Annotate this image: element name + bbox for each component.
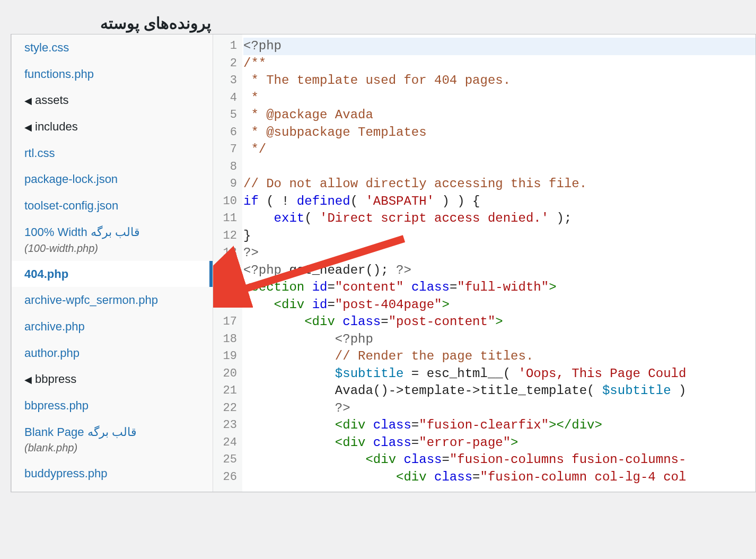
line-number: 21 xyxy=(213,382,242,400)
file-sublabel: (blank.php) xyxy=(24,441,201,455)
file-item[interactable]: bbpress.php xyxy=(12,392,213,419)
line-number: 11 xyxy=(213,210,242,228)
line-number: 22 xyxy=(213,400,242,417)
folder-item[interactable]: ◀bbpress xyxy=(12,366,213,392)
file-item[interactable]: toolset-config.json xyxy=(12,193,213,219)
file-link[interactable]: Blank Page قالب برگه xyxy=(24,425,137,439)
file-item[interactable]: rtl.css xyxy=(12,140,213,167)
file-item[interactable]: 404.php xyxy=(12,261,213,287)
file-link[interactable]: author.php xyxy=(24,346,80,360)
file-item[interactable]: buddypress.php xyxy=(12,460,213,487)
folder-item[interactable]: ◀includes xyxy=(12,113,213,140)
line-number: 6 xyxy=(213,124,242,142)
line-number: 25 xyxy=(213,451,242,469)
line-number: 4 xyxy=(213,90,242,107)
code-editor[interactable]: 1234567891011121314151617181920212223242… xyxy=(213,34,755,492)
line-number: 2 xyxy=(213,55,242,73)
chevron-left-icon: ◀ xyxy=(24,122,32,133)
line-number: 23 xyxy=(213,417,242,434)
file-link[interactable]: bbpress.php xyxy=(24,399,89,412)
line-number: 1 xyxy=(213,38,242,55)
file-link[interactable]: style.css xyxy=(24,41,69,54)
file-link[interactable]: package-lock.json xyxy=(24,172,118,186)
file-link[interactable]: buddypress.php xyxy=(24,467,108,480)
line-number: 18 xyxy=(213,331,242,348)
line-number: 26 xyxy=(213,469,242,486)
file-tree[interactable]: style.cssfunctions.php◀assets◀includesrt… xyxy=(11,34,213,492)
chevron-left-icon: ◀ xyxy=(24,374,32,385)
code-area[interactable]: <?php/** * The template used for 404 pag… xyxy=(243,34,755,492)
file-link[interactable]: archive-wpfc_sermon.php xyxy=(24,293,158,307)
file-item[interactable]: author.php xyxy=(12,340,213,366)
line-number: 12 xyxy=(213,228,242,245)
line-number: 19 xyxy=(213,348,242,365)
file-item[interactable]: package-lock.json xyxy=(12,166,213,193)
file-link[interactable]: 404.php xyxy=(24,267,68,281)
file-link[interactable]: 100% Width قالب برگه xyxy=(24,225,140,239)
line-number: 8 xyxy=(213,159,242,176)
editor-panel: style.cssfunctions.php◀assets◀includesrt… xyxy=(11,34,756,492)
file-item[interactable]: functions.php xyxy=(12,61,213,88)
line-number: 24 xyxy=(213,434,242,452)
line-number: 9 xyxy=(213,176,242,193)
file-link[interactable]: archive.php xyxy=(24,320,85,333)
folder-item[interactable]: ◀assets xyxy=(12,87,213,113)
line-number: 16 xyxy=(213,296,242,314)
file-link[interactable]: rtl.css xyxy=(24,146,55,160)
line-number: 20 xyxy=(213,365,242,383)
folder-label: includes xyxy=(35,120,78,133)
folder-label: bbpress xyxy=(35,372,76,386)
folder-label: assets xyxy=(35,93,69,107)
line-number: 5 xyxy=(213,107,242,124)
line-number: 7 xyxy=(213,141,242,159)
line-number: 17 xyxy=(213,313,242,331)
file-item[interactable]: archive.php xyxy=(12,313,213,340)
line-number: 13 xyxy=(213,244,242,262)
line-number: 10 xyxy=(213,193,242,211)
file-link[interactable]: toolset-config.json xyxy=(24,199,118,212)
file-item[interactable]: archive-wpfc_sermon.php xyxy=(12,287,213,313)
page-title: پرونده‌های پوسته xyxy=(100,14,211,32)
file-sublabel: (100-width.php) xyxy=(24,241,201,256)
file-item[interactable]: 100% Width قالب برگه(100-width.php) xyxy=(12,219,213,261)
file-item[interactable]: Blank Page قالب برگه(blank.php) xyxy=(12,419,213,461)
line-number: 15 xyxy=(213,279,242,296)
line-number: 14 xyxy=(213,262,242,280)
file-link[interactable]: functions.php xyxy=(24,67,94,81)
file-item[interactable]: style.css xyxy=(12,34,213,61)
line-number-gutter: 1234567891011121314151617181920212223242… xyxy=(213,34,242,492)
line-number: 3 xyxy=(213,72,242,90)
chevron-left-icon: ◀ xyxy=(24,95,32,106)
file-item[interactable]: comments.php xyxy=(12,487,213,492)
